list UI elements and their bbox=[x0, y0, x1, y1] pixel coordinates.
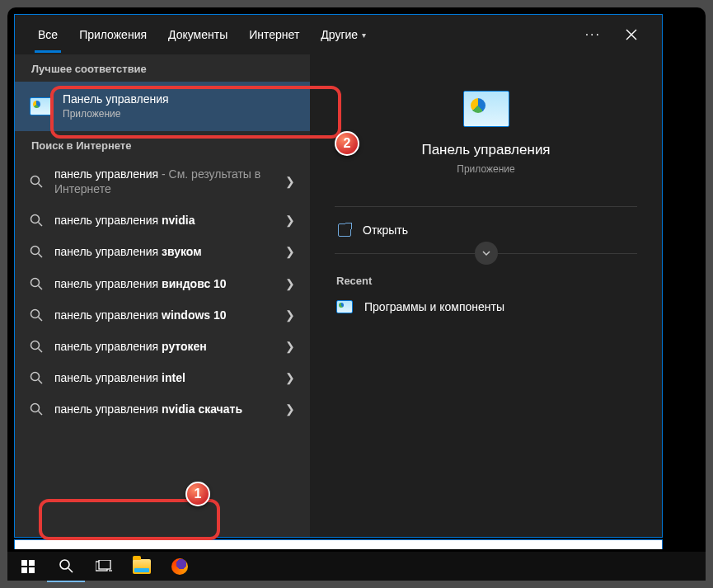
search-icon bbox=[30, 175, 43, 188]
svg-line-9 bbox=[39, 317, 43, 321]
section-web-search: Поиск в Интернете bbox=[15, 131, 310, 158]
start-button[interactable] bbox=[9, 551, 47, 582]
open-icon bbox=[338, 223, 351, 237]
web-result[interactable]: панель управления nvidia скачать ❯ bbox=[15, 393, 310, 425]
web-result[interactable]: панель управления виндовс 10 ❯ bbox=[15, 268, 310, 299]
chevron-right-icon: ❯ bbox=[285, 175, 295, 188]
chevron-down-icon bbox=[481, 248, 491, 258]
svg-line-5 bbox=[39, 254, 43, 258]
folder-icon bbox=[133, 559, 151, 574]
result-text: панель управления nvidia bbox=[54, 214, 195, 227]
section-best-match: Лучшее соответствие bbox=[15, 54, 310, 82]
search-icon bbox=[30, 402, 43, 416]
result-text: панель управления виндовс 10 bbox=[54, 277, 227, 290]
search-icon bbox=[59, 558, 73, 573]
chevron-right-icon: ❯ bbox=[285, 245, 295, 258]
search-icon bbox=[30, 308, 43, 322]
result-title: Панель управления bbox=[63, 92, 295, 106]
web-result[interactable]: панель управления рутокен ❯ bbox=[15, 331, 310, 362]
result-subtitle: Приложение bbox=[63, 108, 295, 121]
tab-documents[interactable]: Документы bbox=[162, 15, 234, 54]
chevron-right-icon: ❯ bbox=[285, 402, 295, 416]
action-label: Открыть bbox=[363, 223, 408, 237]
best-match-result[interactable]: Панель управления Приложение bbox=[15, 82, 310, 131]
web-result[interactable]: панель управления nvidia ❯ bbox=[15, 205, 310, 236]
task-view-button[interactable] bbox=[85, 551, 123, 582]
close-icon bbox=[626, 29, 637, 40]
tab-label: Интернет bbox=[249, 28, 299, 41]
result-text: панель управления intel bbox=[54, 371, 185, 384]
tab-internet[interactable]: Интернет bbox=[242, 15, 306, 54]
svg-rect-20 bbox=[21, 567, 27, 573]
taskbar-search-button[interactable] bbox=[47, 551, 85, 582]
chevron-right-icon: ❯ bbox=[285, 277, 295, 290]
tab-all[interactable]: Все bbox=[31, 15, 64, 54]
result-text: панель управления звуком bbox=[54, 245, 202, 258]
recent-item[interactable]: Программы и компоненты bbox=[335, 295, 637, 318]
search-icon bbox=[30, 245, 43, 258]
svg-point-10 bbox=[31, 341, 40, 350]
preview-pane: Панель управления Приложение Открыть Rec… bbox=[310, 54, 662, 537]
taskbar bbox=[7, 549, 706, 581]
svg-line-3 bbox=[39, 223, 43, 227]
svg-point-22 bbox=[60, 560, 69, 569]
search-window: Все Приложения Документы Интернет Другие… bbox=[14, 14, 663, 538]
web-result[interactable]: панель управления intel ❯ bbox=[15, 362, 310, 393]
search-icon bbox=[30, 340, 43, 353]
file-explorer-button[interactable] bbox=[123, 551, 161, 582]
svg-point-2 bbox=[31, 215, 40, 223]
task-view-icon bbox=[96, 560, 112, 573]
firefox-icon bbox=[171, 558, 188, 575]
control-panel-icon bbox=[463, 91, 509, 127]
svg-rect-19 bbox=[29, 560, 35, 566]
firefox-button[interactable] bbox=[161, 551, 199, 582]
svg-line-23 bbox=[68, 568, 73, 572]
chevron-right-icon: ❯ bbox=[285, 371, 295, 384]
search-icon bbox=[30, 371, 43, 384]
more-options-button[interactable]: ··· bbox=[577, 22, 609, 47]
svg-point-12 bbox=[31, 373, 40, 381]
svg-point-4 bbox=[31, 247, 40, 255]
programs-icon bbox=[336, 300, 353, 313]
svg-line-1 bbox=[39, 183, 43, 187]
result-text: панель управления - См. результаты в Инт… bbox=[54, 167, 260, 195]
web-result[interactable]: панель управления windows 10 ❯ bbox=[15, 299, 310, 331]
tab-label: Документы bbox=[168, 28, 228, 41]
filter-tabs: Все Приложения Документы Интернет Другие… bbox=[15, 15, 662, 54]
chevron-right-icon: ❯ bbox=[285, 308, 295, 322]
svg-rect-21 bbox=[29, 567, 35, 573]
tab-label: Другие bbox=[321, 28, 358, 41]
result-text: панель управления windows 10 bbox=[54, 308, 227, 322]
svg-point-0 bbox=[31, 176, 40, 184]
recent-header: Recent bbox=[336, 275, 637, 287]
result-text: панель управления nvidia скачать bbox=[54, 402, 242, 416]
web-result[interactable]: панель управления звуком ❯ bbox=[15, 236, 310, 267]
results-column: Лучшее соответствие Панель управления Пр… bbox=[15, 54, 310, 537]
chevron-down-icon: ▾ bbox=[362, 31, 366, 40]
svg-point-8 bbox=[31, 309, 40, 318]
svg-line-15 bbox=[39, 412, 43, 416]
open-action[interactable]: Открыть bbox=[335, 217, 637, 243]
result-text: панель управления рутокен bbox=[54, 340, 207, 353]
tab-label: Все bbox=[38, 28, 58, 41]
tab-apps[interactable]: Приложения bbox=[73, 15, 153, 54]
svg-line-11 bbox=[39, 349, 43, 353]
svg-rect-18 bbox=[21, 560, 27, 566]
search-icon bbox=[30, 277, 43, 290]
web-result[interactable]: панель управления - См. результаты в Инт… bbox=[15, 158, 310, 205]
svg-line-7 bbox=[39, 285, 43, 289]
svg-point-6 bbox=[31, 278, 40, 286]
control-panel-icon bbox=[30, 97, 53, 115]
preview-title: Панель управления bbox=[421, 142, 550, 158]
close-button[interactable] bbox=[617, 21, 645, 49]
chevron-right-icon: ❯ bbox=[285, 214, 295, 227]
tab-more[interactable]: Другие▾ bbox=[314, 15, 373, 54]
windows-icon bbox=[21, 560, 35, 573]
tab-label: Приложения bbox=[79, 28, 147, 41]
svg-rect-25 bbox=[99, 560, 110, 569]
expand-button[interactable] bbox=[475, 242, 498, 265]
recent-label: Программы и компоненты bbox=[364, 300, 504, 313]
preview-subtitle: Приложение bbox=[457, 163, 514, 175]
divider bbox=[335, 206, 637, 207]
svg-point-14 bbox=[31, 404, 40, 412]
